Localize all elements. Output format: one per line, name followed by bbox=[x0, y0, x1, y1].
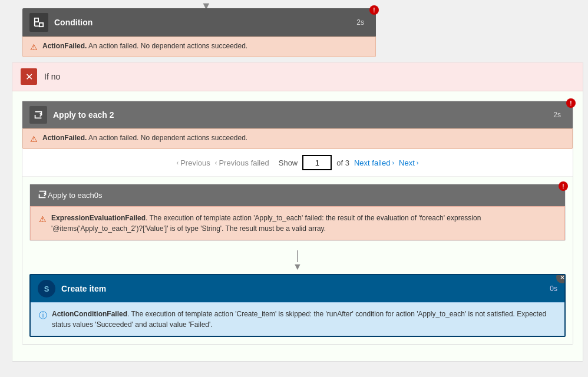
create-item-info-icon: ⓘ bbox=[39, 309, 47, 322]
previous-failed-button[interactable]: ‹ Previous failed bbox=[215, 158, 269, 167]
ifno-close-button[interactable]: ✕ bbox=[21, 68, 37, 85]
apply2-warn-icon: ⚠ bbox=[30, 134, 38, 144]
ifno-content: Apply to each 2 2s ! ⚠ ActionFailed. An … bbox=[12, 91, 583, 361]
sharepoint-icon: S bbox=[38, 280, 55, 297]
apply-to-each-2-block: Apply to each 2 2s ! ⚠ ActionFailed. An … bbox=[22, 101, 573, 345]
apply-each-error-text: ExpressionEvaluationFailed. The executio… bbox=[51, 213, 556, 234]
create-item-close-button[interactable]: ✕ bbox=[556, 274, 566, 283]
create-item-duration: 0s bbox=[550, 285, 557, 293]
next-button[interactable]: Next › bbox=[399, 158, 418, 167]
apply-to-each-2-header[interactable]: Apply to each 2 2s ! bbox=[22, 101, 573, 128]
previous-chevron-icon: ‹ bbox=[177, 159, 179, 166]
next-failed-chevron-icon: › bbox=[392, 159, 394, 166]
apply-to-each-block: Apply to each 0s ! ⚠ ExpressionEvaluatio… bbox=[29, 184, 566, 241]
condition-error-badge: ! bbox=[369, 5, 379, 15]
show-label: Show bbox=[279, 158, 298, 167]
apply2-icon bbox=[29, 106, 47, 124]
condition-header[interactable]: Condition 2s ! bbox=[22, 8, 376, 37]
condition-warn-icon: ⚠ bbox=[30, 42, 38, 52]
arrow-down-icon: ▼ bbox=[293, 262, 302, 272]
apply-each-icon bbox=[37, 189, 48, 201]
apply2-failed-text: ActionFailed. An action failed. No depen… bbox=[42, 134, 247, 142]
apply-each-warn-icon: ⚠ bbox=[39, 213, 47, 226]
next-chevron-icon: › bbox=[417, 159, 419, 166]
ifno-label: If no bbox=[44, 72, 60, 81]
apply2-failed-bar: ⚠ ActionFailed. An action failed. No dep… bbox=[22, 128, 573, 149]
create-item-title: Create item bbox=[61, 284, 550, 293]
apply-each-error-badge: ! bbox=[559, 181, 568, 191]
condition-failed-text: ActionFailed. An action failed. No depen… bbox=[42, 42, 247, 50]
condition-failed-bar: ⚠ ActionFailed. An action failed. No dep… bbox=[22, 37, 376, 57]
apply-each-title: Apply to each bbox=[48, 191, 94, 200]
condition-block: Condition 2s ! ⚠ ActionFailed. An action… bbox=[22, 8, 376, 57]
create-item-header[interactable]: S Create item 0s ✕ bbox=[31, 275, 564, 302]
apply2-error-badge: ! bbox=[566, 98, 576, 108]
next-failed-button[interactable]: Next failed › bbox=[354, 158, 394, 167]
create-item-info-text: ActionConditionFailed. The execution of … bbox=[52, 309, 556, 330]
previous-button[interactable]: ‹ Previous bbox=[177, 158, 210, 167]
arrow-connector: ▼ bbox=[29, 248, 566, 274]
apply-each-error-msg: ⚠ ExpressionEvaluationFailed. The execut… bbox=[30, 206, 565, 240]
of-total: of 3 bbox=[336, 158, 349, 167]
pagination-row: ‹ Previous ‹ Previous failed Show of 3 N… bbox=[22, 149, 573, 177]
condition-title: Condition bbox=[54, 18, 356, 27]
previous-failed-chevron-icon: ‹ bbox=[215, 159, 217, 166]
condition-icon bbox=[29, 13, 48, 32]
apply2-title: Apply to each 2 bbox=[53, 110, 553, 120]
ifno-header: ✕ If no bbox=[12, 62, 583, 91]
svg-rect-1 bbox=[39, 23, 43, 27]
arrow-line: ▼ bbox=[293, 250, 302, 272]
page-input[interactable] bbox=[302, 155, 332, 170]
apply-to-each-header[interactable]: Apply to each 0s ! bbox=[30, 184, 565, 206]
condition-duration: 2s bbox=[356, 18, 364, 27]
main-container: ✕ If no Apply to each 2 2s ! bbox=[12, 62, 583, 362]
create-item-info-msg: ⓘ ActionConditionFailed. The execution o… bbox=[31, 302, 564, 336]
svg-rect-0 bbox=[35, 18, 38, 22]
apply-each-duration: 0s bbox=[94, 191, 103, 200]
apply2-duration: 2s bbox=[553, 111, 561, 119]
create-item-block: S Create item 0s ✕ ⓘ ActionConditionFail… bbox=[29, 274, 566, 337]
apply2-inner-content: Apply to each 0s ! ⚠ ExpressionEvaluatio… bbox=[22, 177, 573, 344]
